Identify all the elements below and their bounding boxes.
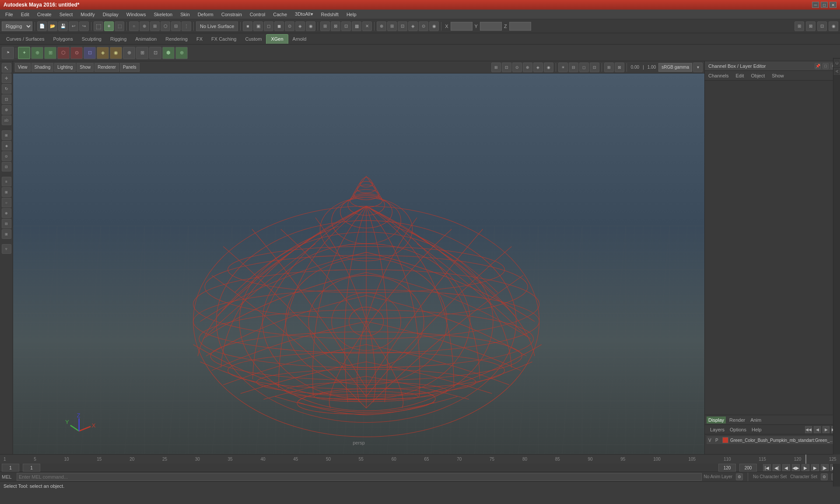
z-input[interactable] [509,22,531,31]
vp-motion[interactable]: ⊡ [590,63,599,72]
shelf-xgen-4[interactable]: ⬡ [57,47,70,59]
vp-gamma-dropdown[interactable]: ▾ [693,63,703,72]
range-end-input[interactable] [739,464,757,472]
layer-color-swatch[interactable] [722,437,728,443]
btn-step-forward-key[interactable]: |▶ [821,464,829,471]
gamma-display[interactable]: sRGB gamma [658,63,692,72]
btn-step-back[interactable]: ◀ [782,464,790,471]
btn-rewind-start[interactable]: |◀ [763,464,771,471]
tab-curves-surfaces[interactable]: Curves / Surfaces [2,34,49,44]
vp-lights[interactable]: ☀ [558,63,568,72]
btn-play-forward[interactable]: ▶ [802,464,809,471]
toolbar-grid4[interactable]: ▦ [352,21,361,31]
help-subtab[interactable]: Help [750,426,763,433]
menu-skeleton[interactable]: Skeleton [150,11,176,18]
menu-modify[interactable]: Modify [77,11,98,18]
shelf-xgen-10[interactable]: ⊞ [136,47,148,59]
toolbar-select[interactable]: ⬚ [94,21,103,31]
cb-tab-channels[interactable]: Channels [707,72,730,79]
toolbar-misc5[interactable]: ⊙ [419,21,428,31]
shelf-xgen-8[interactable]: ◉ [110,47,122,59]
toolbar-misc1[interactable]: ⊕ [377,21,386,31]
layer-tab-render[interactable]: Render [728,416,747,424]
layer-prev2[interactable]: ◀ [814,426,821,433]
menu-display[interactable]: Display [99,11,122,18]
tab-rigging[interactable]: Rigging [106,34,131,44]
vp-menu-view[interactable]: View [15,63,31,72]
tab-rendering[interactable]: Rendering [161,34,192,44]
toolbar-snap4[interactable]: ⬡ [161,21,170,31]
menu-deform[interactable]: Deform [194,11,217,18]
vp-wireframe[interactable]: ⊡ [502,63,511,72]
shelf-xgen-11[interactable]: ⊡ [149,47,161,59]
shelf-xgen-12[interactable]: ⬢ [162,47,175,59]
attr-tab-attr[interactable]: A [834,68,840,75]
menu-redshift[interactable]: Redshift [318,11,342,18]
y-input[interactable] [480,22,502,31]
shelf-xgen-13[interactable]: ⊕ [175,47,188,59]
layer-tab-anim[interactable]: Anim [749,416,763,424]
sidebar-sets[interactable]: ○ [2,198,11,207]
vp-tex[interactable]: ⊕ [523,63,532,72]
vp-menu-lighting[interactable]: Lighting [54,63,76,72]
toolbar-misc4[interactable]: ◈ [408,21,418,31]
channel-box-expand[interactable]: □ [822,63,829,69]
toolbar-new[interactable]: 📄 [37,21,47,31]
vp-menu-panels[interactable]: Panels [120,63,140,72]
toolbar-paint[interactable]: ⬚ [115,21,124,31]
mode-dropdown[interactable]: Rigging [2,21,32,31]
menu-3dto-all[interactable]: 3DtoAll▾ [291,10,316,18]
menu-edit[interactable]: Edit [18,11,33,18]
toolbar-save[interactable]: 💾 [58,21,68,31]
sidebar-props[interactable]: ⊕ [2,208,11,218]
toolbar-right1[interactable]: ⊞ [794,21,804,31]
toolbar-grid1[interactable]: ⊞ [320,21,330,31]
close-button[interactable]: ✕ [830,2,836,8]
shelf-xgen-9[interactable]: ⊕ [123,47,135,59]
menu-help[interactable]: Help [343,11,360,18]
shelf-xgen-3[interactable]: ⊞ [44,47,56,59]
cb-tab-show[interactable]: Show [770,72,786,79]
vp-ao[interactable]: ◻ [579,63,589,72]
toolbar-undo[interactable]: ↩ [69,21,78,31]
toolbar-render5[interactable]: ⊙ [285,21,294,31]
toolbar-right2[interactable]: ⊠ [806,21,816,31]
toolbar-grid2[interactable]: ⊠ [331,21,340,31]
tab-fx-caching[interactable]: FX Caching [207,34,241,44]
toolbar-render1[interactable]: ■ [243,21,252,31]
minimize-button[interactable]: ─ [812,2,819,8]
sidebar-soft-mod[interactable]: ab [2,116,11,125]
toolbar-render2[interactable]: ▣ [253,21,263,31]
layer-next[interactable]: ▶ [822,426,830,433]
tab-custom[interactable]: Custom [241,34,266,44]
menu-file[interactable]: File [2,11,17,18]
vp-shade1[interactable]: ◈ [533,63,543,72]
sidebar-show-hide[interactable]: ⊞ [2,130,11,140]
no-live-surface-button[interactable]: No Live Surface [196,21,238,31]
vp-menu-show[interactable]: Show [77,63,94,72]
frame-start-input[interactable] [2,464,19,472]
layers-subtab[interactable]: Layers [708,426,726,433]
options-subtab[interactable]: Options [728,426,748,433]
layer-name[interactable]: Green_Color_Bush_Pumpkin_mb_standart:Gre… [730,438,836,443]
channel-box-pin[interactable]: 📌 [815,63,821,69]
vp-hud[interactable]: ⊠ [615,63,624,72]
menu-create[interactable]: Create [34,11,55,18]
timeline-ruler[interactable]: 1 5 10 15 20 25 30 35 40 45 50 55 60 65 … [0,455,840,464]
char-set-options[interactable]: ⚙ [821,473,828,480]
sidebar-misc1[interactable]: ⊟ [2,219,11,228]
menu-cache[interactable]: Cache [270,11,290,18]
sidebar-select-tool[interactable]: ↖ [2,63,11,73]
tab-polygons[interactable]: Polygons [49,34,77,44]
btn-step-forward[interactable]: ▶ [811,464,819,471]
toolbar-render7[interactable]: ◉ [306,21,315,31]
toolbar-redo[interactable]: ↪ [79,21,89,31]
tab-arnold[interactable]: Arnold [288,34,311,44]
sidebar-render[interactable]: ⊙ [2,151,11,161]
x-input[interactable] [451,22,472,31]
vp-camera-fit[interactable]: ⊞ [491,63,501,72]
toolbar-render6[interactable]: ◈ [295,21,305,31]
menu-constrain[interactable]: Constrain [218,11,245,18]
toolbar-misc6[interactable]: ◉ [429,21,439,31]
sidebar-xray[interactable]: ⊡ [2,162,11,172]
